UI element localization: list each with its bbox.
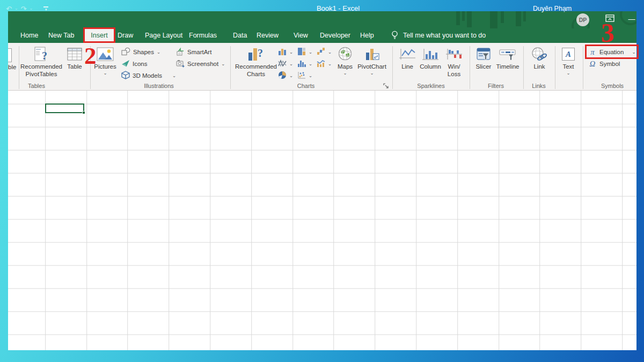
scatter-chart-icon [297, 71, 306, 80]
hierarchy-chart-icon [297, 47, 306, 57]
shapes-button[interactable]: Shapes ⌄ [121, 47, 160, 57]
winloss-sparkline-button[interactable]: Win/ Loss [442, 46, 466, 78]
insert-combo-chart-button[interactable]: ⌄ [317, 58, 332, 69]
button-label: Charts [247, 71, 265, 78]
smartart-button[interactable]: SmartArt [176, 47, 211, 57]
insert-waterfall-chart-button[interactable]: ⌄ [317, 47, 332, 57]
fill-handle[interactable] [82, 111, 85, 114]
table-button[interactable]: Table [62, 46, 87, 70]
tab-new-tab[interactable]: New Tab [48, 28, 74, 43]
button-label: Screenshot [187, 61, 218, 67]
group-label-tables: Tables [21, 82, 52, 90]
tab-home[interactable]: Home [20, 28, 38, 43]
tab-view[interactable]: View [294, 28, 308, 43]
redo-dropdown-chevron[interactable]: ⌄ [30, 6, 33, 11]
tab-page-layout[interactable]: Page Layout [145, 28, 182, 43]
insert-line-chart-button[interactable]: ⌄ [278, 58, 293, 69]
pivottable-button-cutoff[interactable] [8, 48, 12, 62]
timeline-button[interactable]: Timeline [495, 46, 521, 70]
annotation-step-2: 2 [84, 44, 97, 68]
table-icon [67, 46, 82, 63]
button-label: Win/ [448, 63, 460, 70]
symbol-button[interactable]: Ω Symbol [588, 58, 620, 69]
dropdown-chevron: ⌄ [309, 50, 312, 54]
insert-hierarchy-chart-button[interactable]: ⌄ [297, 47, 312, 57]
maps-button[interactable]: Maps ⌄ [333, 46, 357, 75]
tab-draw[interactable]: Draw [118, 28, 133, 43]
group-separator [583, 46, 583, 89]
3d-models-icon [121, 71, 130, 80]
insert-column-chart-button[interactable]: ⌄ [278, 47, 293, 57]
link-button[interactable]: Link [528, 46, 551, 70]
spreadsheet-grid[interactable] [8, 91, 636, 350]
pivottable-label-fragment[interactable]: ble [8, 64, 16, 70]
button-label: Column [420, 63, 441, 70]
window-title: Book1 - Excel [215, 0, 462, 17]
undo-icon[interactable]: ↶ [6, 5, 12, 13]
recommended-pivottables-icon: ? [33, 46, 49, 63]
undo-dropdown-chevron[interactable]: ⌄ [14, 6, 18, 11]
shapes-icon [121, 47, 130, 57]
button-label: Maps [338, 63, 353, 70]
text-button[interactable]: A Text ⌄ [557, 46, 580, 75]
pictures-icon [97, 46, 114, 63]
line-sparkline-button[interactable]: Line [396, 46, 419, 70]
tab-review[interactable]: Review [257, 28, 279, 43]
button-label: Table [67, 63, 82, 70]
recommended-pivottables-button[interactable]: ? Recommended PivotTables [21, 46, 61, 78]
button-label: Text [562, 63, 574, 70]
titlebar-decoration [467, 11, 472, 27]
3d-models-button[interactable]: 3D Models ⌄ [121, 70, 176, 81]
icons-icon [121, 59, 130, 69]
combo-chart-icon [317, 59, 325, 69]
button-label: Recommended [20, 63, 62, 70]
customize-qat-icon[interactable]: ▾ [43, 6, 48, 11]
titlebar-decoration [523, 11, 526, 21]
recommended-charts-button[interactable]: ? Recommended Charts [238, 46, 274, 78]
insert-scatter-chart-button[interactable]: ⌄ [297, 70, 312, 81]
maps-icon [338, 46, 353, 63]
recommended-charts-icon: ? [247, 46, 265, 63]
tell-me-search[interactable]: Tell me what you want to do [403, 28, 486, 43]
icons-button[interactable]: Icons [121, 58, 148, 69]
avatar[interactable]: DP [576, 13, 589, 26]
pie-chart-icon [278, 71, 287, 80]
winloss-sparkline-icon [445, 46, 463, 63]
button-label: Shapes [133, 49, 154, 55]
group-separator [555, 46, 555, 89]
minimize-button[interactable]: — [627, 11, 636, 27]
button-label: Slicer [476, 63, 492, 70]
smartart-icon [176, 47, 185, 57]
svg-text:?: ? [42, 50, 47, 62]
svg-text:?: ? [258, 47, 263, 59]
button-label: 3D Models [133, 72, 162, 79]
tab-formulas[interactable]: Formulas [189, 28, 217, 43]
line-sparkline-icon [399, 46, 416, 63]
button-label: Loss [448, 71, 460, 78]
screenshot-frame: ↶ ⌄ ↷ ⌄ ▾ Book1 - Excel Duyên Phạm DP — … [0, 0, 644, 362]
insert-statistic-chart-button[interactable]: ⌄ [297, 58, 312, 69]
redo-icon[interactable]: ↷ [21, 5, 27, 13]
account-name[interactable]: Duyên Phạm [533, 0, 572, 17]
button-label: Pictures [94, 63, 116, 70]
tab-help[interactable]: Help [360, 28, 374, 43]
titlebar-decoration [516, 11, 521, 26]
selected-cell[interactable] [45, 104, 84, 113]
tab-data[interactable]: Data [233, 28, 247, 43]
pivotchart-button[interactable]: PivotChart ⌄ [356, 46, 387, 75]
text-icon: A [562, 48, 575, 61]
button-label: PivotChart [357, 63, 386, 70]
column-sparkline-button[interactable]: Column [419, 46, 442, 70]
group-label-links: Links [523, 82, 555, 90]
dropdown-chevron: ⌄ [289, 62, 293, 66]
charts-dialog-launcher-icon[interactable] [383, 82, 389, 91]
button-label: SmartArt [187, 49, 211, 55]
tab-developer[interactable]: Developer [320, 28, 350, 43]
group-label-illustrations: Illustrations [134, 82, 184, 90]
waterfall-chart-icon [317, 47, 325, 57]
slicer-button[interactable]: Slicer [472, 46, 495, 70]
screenshot-button[interactable]: Screenshot ⌄ [176, 58, 225, 69]
dropdown-chevron: ⌄ [289, 50, 293, 54]
titlebar-decoration [490, 11, 497, 28]
insert-pie-chart-button[interactable]: ⌄ [278, 70, 293, 81]
